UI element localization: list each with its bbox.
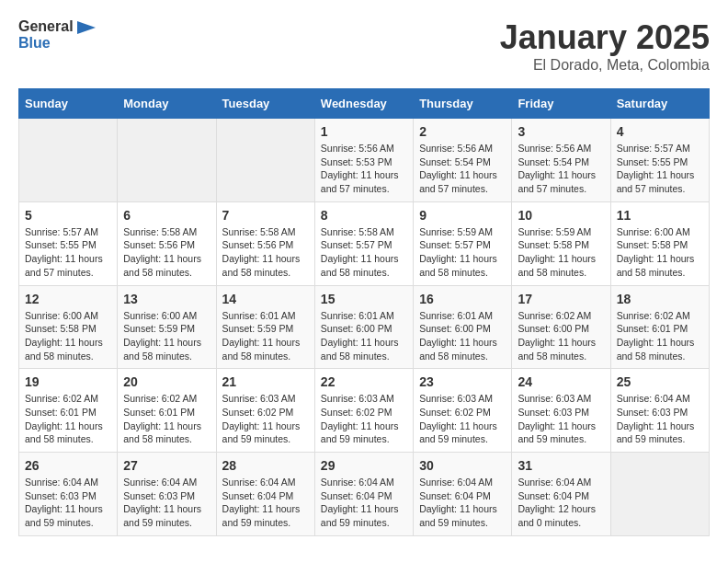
col-monday: Monday [118,89,216,119]
table-row: 28Sunrise: 6:04 AMSunset: 6:04 PMDayligh… [216,453,314,536]
calendar-title: January 2025 [500,18,710,57]
day-number: 9 [419,208,506,223]
day-info: Sunrise: 6:03 AMSunset: 6:02 PMDaylight:… [321,392,407,446]
day-number: 15 [321,292,407,306]
table-row: 26Sunrise: 6:04 AMSunset: 6:03 PMDayligh… [19,453,118,536]
table-row [19,119,118,202]
day-number: 30 [419,458,506,473]
table-row [610,453,709,536]
day-number: 22 [321,374,407,389]
day-info: Sunrise: 6:02 AMSunset: 6:01 PMDaylight:… [123,392,210,446]
day-number: 19 [25,374,111,389]
table-row: 12Sunrise: 6:00 AMSunset: 5:58 PMDayligh… [19,285,118,369]
day-info: Sunrise: 6:04 AMSunset: 6:04 PMDaylight:… [419,476,506,530]
table-row: 13Sunrise: 6:00 AMSunset: 5:59 PMDayligh… [118,285,216,369]
day-info: Sunrise: 5:58 AMSunset: 5:57 PMDaylight:… [321,225,407,280]
calendar-week-row: 12Sunrise: 6:00 AMSunset: 5:58 PMDayligh… [19,285,710,369]
day-info: Sunrise: 6:04 AMSunset: 6:04 PMDaylight:… [321,476,407,530]
day-info: Sunrise: 5:59 AMSunset: 5:58 PMDaylight:… [518,225,604,280]
day-info: Sunrise: 5:56 AMSunset: 5:54 PMDaylight:… [419,142,506,196]
day-info: Sunrise: 5:57 AMSunset: 5:55 PMDaylight:… [25,225,111,280]
day-info: Sunrise: 6:01 AMSunset: 6:00 PMDaylight:… [321,309,407,363]
day-number: 6 [123,208,210,223]
calendar-week-row: 19Sunrise: 6:02 AMSunset: 6:01 PMDayligh… [19,369,710,453]
day-info: Sunrise: 5:57 AMSunset: 5:55 PMDaylight:… [617,142,703,196]
table-row: 17Sunrise: 6:02 AMSunset: 6:00 PMDayligh… [512,285,610,369]
table-row: 27Sunrise: 6:04 AMSunset: 6:03 PMDayligh… [118,453,216,536]
logo-arrow-icon [77,21,96,34]
day-number: 31 [518,458,604,473]
day-info: Sunrise: 6:04 AMSunset: 6:03 PMDaylight:… [617,392,703,446]
day-info: Sunrise: 5:56 AMSunset: 5:54 PMDaylight:… [518,142,604,196]
day-number: 24 [518,374,604,389]
title-block: January 2025 El Dorado, Meta, Colombia [500,18,710,74]
day-info: Sunrise: 5:59 AMSunset: 5:57 PMDaylight:… [419,225,506,280]
table-row: 22Sunrise: 6:03 AMSunset: 6:02 PMDayligh… [314,369,413,453]
table-row: 31Sunrise: 6:04 AMSunset: 6:04 PMDayligh… [512,453,610,536]
day-info: Sunrise: 6:04 AMSunset: 6:04 PMDaylight:… [222,476,309,530]
col-sunday: Sunday [19,89,118,119]
table-row: 16Sunrise: 6:01 AMSunset: 6:00 PMDayligh… [414,285,512,369]
day-info: Sunrise: 6:04 AMSunset: 6:03 PMDaylight:… [123,476,210,530]
table-row: 7Sunrise: 5:58 AMSunset: 5:56 PMDaylight… [216,201,314,285]
day-number: 27 [123,458,210,473]
logo: General Blue [18,18,96,51]
day-info: Sunrise: 5:58 AMSunset: 5:56 PMDaylight:… [222,225,309,280]
day-number: 21 [222,374,309,389]
day-info: Sunrise: 6:00 AMSunset: 5:59 PMDaylight:… [123,309,210,363]
table-row: 24Sunrise: 6:03 AMSunset: 6:03 PMDayligh… [512,369,610,453]
calendar-week-row: 26Sunrise: 6:04 AMSunset: 6:03 PMDayligh… [19,453,710,536]
table-row: 30Sunrise: 6:04 AMSunset: 6:04 PMDayligh… [414,453,512,536]
day-info: Sunrise: 6:00 AMSunset: 5:58 PMDaylight:… [25,309,111,363]
day-info: Sunrise: 6:04 AMSunset: 6:03 PMDaylight:… [25,476,111,530]
table-row: 5Sunrise: 5:57 AMSunset: 5:55 PMDaylight… [19,201,118,285]
table-row: 23Sunrise: 6:03 AMSunset: 6:02 PMDayligh… [414,369,512,453]
day-number: 5 [25,208,111,223]
day-number: 1 [321,124,407,139]
table-row: 19Sunrise: 6:02 AMSunset: 6:01 PMDayligh… [19,369,118,453]
day-number: 12 [25,292,111,306]
table-row: 20Sunrise: 6:02 AMSunset: 6:01 PMDayligh… [118,369,216,453]
table-row: 4Sunrise: 5:57 AMSunset: 5:55 PMDaylight… [610,119,709,202]
table-row [118,119,216,202]
calendar-week-row: 1Sunrise: 5:56 AMSunset: 5:53 PMDaylight… [19,119,710,202]
day-number: 11 [617,208,703,223]
logo-blue: Blue [18,35,96,52]
table-row: 8Sunrise: 5:58 AMSunset: 5:57 PMDaylight… [314,201,413,285]
day-number: 26 [25,458,111,473]
day-number: 7 [222,208,309,223]
day-number: 16 [419,292,506,306]
calendar-subtitle: El Dorado, Meta, Colombia [500,57,710,74]
day-number: 8 [321,208,407,223]
col-tuesday: Tuesday [216,89,314,119]
table-row: 21Sunrise: 6:03 AMSunset: 6:02 PMDayligh… [216,369,314,453]
day-info: Sunrise: 6:03 AMSunset: 6:02 PMDaylight:… [222,392,309,446]
day-info: Sunrise: 6:03 AMSunset: 6:02 PMDaylight:… [419,392,506,446]
day-info: Sunrise: 5:58 AMSunset: 5:56 PMDaylight:… [123,225,210,280]
table-row: 1Sunrise: 5:56 AMSunset: 5:53 PMDaylight… [314,119,413,202]
table-row: 18Sunrise: 6:02 AMSunset: 6:01 PMDayligh… [610,285,709,369]
table-row: 3Sunrise: 5:56 AMSunset: 5:54 PMDaylight… [512,119,610,202]
day-number: 28 [222,458,309,473]
calendar-header-row: Sunday Monday Tuesday Wednesday Thursday… [19,89,710,119]
calendar-week-row: 5Sunrise: 5:57 AMSunset: 5:55 PMDaylight… [19,201,710,285]
table-row: 14Sunrise: 6:01 AMSunset: 5:59 PMDayligh… [216,285,314,369]
day-info: Sunrise: 6:01 AMSunset: 6:00 PMDaylight:… [419,309,506,363]
table-row: 9Sunrise: 5:59 AMSunset: 5:57 PMDaylight… [414,201,512,285]
day-number: 4 [617,124,703,139]
day-number: 29 [321,458,407,473]
day-info: Sunrise: 6:02 AMSunset: 6:01 PMDaylight:… [25,392,111,446]
day-number: 20 [123,374,210,389]
svg-marker-0 [77,21,96,34]
day-info: Sunrise: 6:02 AMSunset: 6:01 PMDaylight:… [617,309,703,363]
col-wednesday: Wednesday [314,89,413,119]
day-info: Sunrise: 5:56 AMSunset: 5:53 PMDaylight:… [321,142,407,196]
day-number: 10 [518,208,604,223]
day-info: Sunrise: 6:00 AMSunset: 5:58 PMDaylight:… [617,225,703,280]
day-number: 18 [617,292,703,306]
calendar-table: Sunday Monday Tuesday Wednesday Thursday… [18,88,710,536]
table-row: 6Sunrise: 5:58 AMSunset: 5:56 PMDaylight… [118,201,216,285]
day-number: 25 [617,374,703,389]
day-info: Sunrise: 6:03 AMSunset: 6:03 PMDaylight:… [518,392,604,446]
day-number: 3 [518,124,604,139]
